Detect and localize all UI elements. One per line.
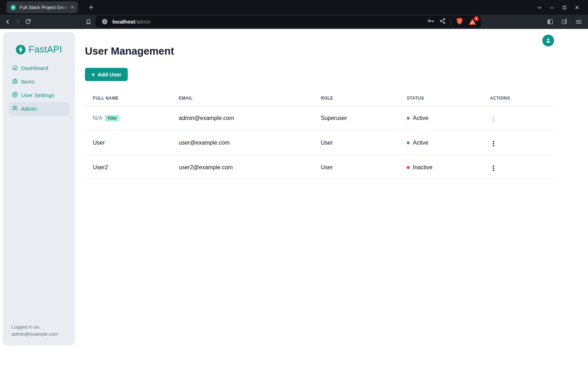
fastapi-logo-text: FastAPI <box>29 44 62 55</box>
plus-icon: + <box>91 71 95 78</box>
table-row: User2 user2@example.com User Inactive <box>85 155 554 180</box>
sidebar-item-label: Dashboard <box>21 65 48 71</box>
logged-in-label: Logged in as: <box>11 324 66 331</box>
column-full-name: Full Name <box>85 91 171 106</box>
window-controls <box>536 0 580 15</box>
divider <box>451 19 451 25</box>
row-actions-menu <box>490 114 497 124</box>
menu-icon[interactable] <box>574 17 583 26</box>
person-icon <box>545 37 552 44</box>
email-value: admin@example.com <box>171 106 313 130</box>
bookmark-icon[interactable] <box>84 17 93 26</box>
key-icon[interactable] <box>427 17 435 26</box>
brave-shield-icon[interactable] <box>456 17 463 26</box>
users-table: Full Name Email Role Status Actions N/AY… <box>85 91 554 180</box>
sidebar-item-admin[interactable]: Admin <box>9 102 69 116</box>
reload-icon[interactable] <box>23 17 33 27</box>
table-header-row: Full Name Email Role Status Actions <box>85 91 554 106</box>
logged-in-email: admin@example.com <box>11 331 66 338</box>
tab-strip: Full Stack Project Genera <box>0 0 588 15</box>
full-name-value: N/A <box>93 115 102 121</box>
add-user-label: Add User <box>98 71 122 77</box>
column-actions: Actions <box>482 91 554 106</box>
sidebar-item-user-settings[interactable]: User Settings <box>9 89 69 102</box>
forward-icon[interactable] <box>13 17 23 27</box>
full-name-value: User2 <box>85 155 171 180</box>
status-dot <box>407 166 410 169</box>
logged-in-info: Logged in as: admin@example.com <box>3 324 75 346</box>
briefcase-icon <box>12 78 18 85</box>
status-dot <box>407 141 410 144</box>
browser-toolbar: i localhost/admin 1 <box>0 15 588 29</box>
role-value: Superuser <box>313 106 399 130</box>
table-row: User user@example.com User Active <box>85 130 554 155</box>
row-actions-menu[interactable] <box>490 139 497 149</box>
url-host: localhost <box>112 19 135 25</box>
back-icon[interactable] <box>3 17 13 27</box>
toolbar-right-icons <box>546 17 583 26</box>
sidebar-panel-icon[interactable] <box>546 17 554 26</box>
table-row: N/AYOU admin@example.com Superuser Activ… <box>85 106 554 130</box>
sidebar-item-label: Admin <box>21 106 37 112</box>
email-value: user2@example.com <box>171 155 313 180</box>
add-user-button[interactable]: + Add User <box>85 68 128 81</box>
tab-close-icon[interactable] <box>69 5 75 10</box>
column-role: Role <box>313 91 399 106</box>
share-icon[interactable] <box>439 17 446 26</box>
address-bar[interactable]: i localhost/admin 1 <box>96 16 481 27</box>
close-window-icon[interactable] <box>574 4 580 11</box>
maximize-icon[interactable] <box>561 4 568 11</box>
browser-tab[interactable]: Full Stack Project Genera <box>6 1 78 13</box>
email-value: user@example.com <box>171 130 313 155</box>
brave-rewards-icon[interactable]: 1 <box>468 17 477 26</box>
users-icon <box>12 105 18 112</box>
fastapi-favicon-icon <box>10 4 16 11</box>
role-value: User <box>313 155 399 180</box>
address-bar-icons: 1 <box>427 17 477 26</box>
browser-window: Full Stack Project Genera <box>0 0 588 366</box>
row-actions-menu[interactable] <box>490 163 497 173</box>
you-badge: YOU <box>105 115 119 121</box>
new-tab-button[interactable] <box>87 3 96 12</box>
wallet-icon[interactable] <box>560 17 569 26</box>
fastapi-logo-icon <box>16 45 26 55</box>
status-dot <box>407 117 410 120</box>
gear-icon <box>12 92 18 99</box>
site-info-icon[interactable]: i <box>102 19 107 24</box>
status-value: Active <box>413 140 429 146</box>
status-value: Inactive <box>413 164 432 171</box>
tab-search-icon[interactable] <box>536 4 543 11</box>
full-name-value: User <box>85 130 171 155</box>
rewards-notification-badge: 1 <box>474 16 479 21</box>
sidebar-nav: Dashboard Items User Settings <box>3 61 75 116</box>
page-title: User Management <box>85 45 174 57</box>
column-status: Status <box>399 91 482 106</box>
url-text[interactable]: localhost/admin <box>112 19 427 25</box>
role-value: User <box>313 130 399 155</box>
sidebar-item-items[interactable]: Items <box>9 75 69 89</box>
column-email: Email <box>171 91 313 106</box>
minimize-icon[interactable] <box>549 4 555 11</box>
url-path: /admin <box>135 19 151 25</box>
page-content: FastAPI Dashboard Items <box>0 29 588 366</box>
user-avatar-button[interactable] <box>542 35 554 46</box>
sidebar: FastAPI Dashboard Items <box>3 32 75 346</box>
tab-title: Full Stack Project Genera <box>20 5 69 10</box>
home-icon <box>12 65 18 72</box>
sidebar-item-dashboard[interactable]: Dashboard <box>9 61 69 75</box>
sidebar-item-label: User Settings <box>21 92 54 99</box>
status-value: Active <box>413 115 429 121</box>
sidebar-item-label: Items <box>21 79 35 85</box>
main-panel: User Management + Add User Full Name Ema… <box>85 29 554 366</box>
fastapi-logo: FastAPI <box>3 44 75 55</box>
